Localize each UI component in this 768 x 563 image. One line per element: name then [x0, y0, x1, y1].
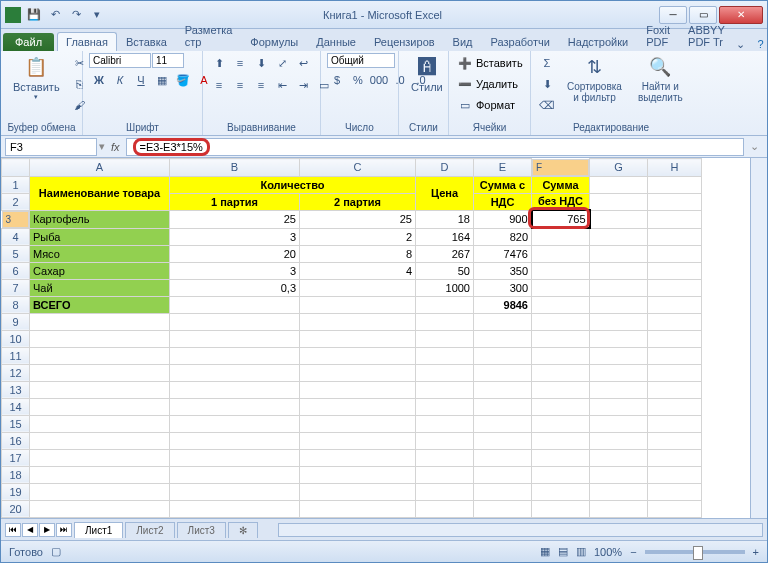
redo-icon[interactable]: ↷: [67, 6, 85, 24]
col-header[interactable]: B: [170, 159, 300, 177]
fill-color-icon[interactable]: 🪣: [173, 70, 193, 90]
save-icon[interactable]: 💾: [25, 6, 43, 24]
file-tab[interactable]: Файл: [3, 33, 54, 51]
wrap-text-icon[interactable]: ↩: [293, 53, 313, 73]
align-bottom-icon[interactable]: ⬇: [251, 53, 271, 73]
row-header[interactable]: 6: [2, 262, 30, 279]
row-header[interactable]: 7: [2, 279, 30, 296]
format-cells-icon[interactable]: ▭: [455, 95, 475, 115]
row-header[interactable]: 3: [2, 211, 30, 228]
tab-data[interactable]: Данные: [307, 32, 365, 51]
currency-icon[interactable]: $: [327, 70, 347, 90]
row-header[interactable]: 12: [2, 364, 30, 381]
view-pagebreak-icon[interactable]: ▥: [576, 545, 586, 558]
col-header[interactable]: D: [416, 159, 474, 177]
col-header[interactable]: E: [474, 159, 532, 177]
sort-filter-button[interactable]: ⇅Сортировка и фильтр: [561, 53, 628, 105]
row-header[interactable]: 14: [2, 398, 30, 415]
percent-icon[interactable]: %: [348, 70, 368, 90]
name-box[interactable]: F3: [5, 138, 97, 156]
row-header[interactable]: 13: [2, 381, 30, 398]
tab-insert[interactable]: Вставка: [117, 32, 176, 51]
tab-view[interactable]: Вид: [444, 32, 482, 51]
tab-review[interactable]: Рецензиров: [365, 32, 444, 51]
col-header[interactable]: G: [590, 159, 648, 177]
row-header[interactable]: 1: [2, 176, 30, 193]
col-header[interactable]: [2, 159, 30, 177]
fx-icon[interactable]: fx: [107, 141, 124, 153]
number-format-select[interactable]: Общий: [327, 53, 395, 68]
align-right-icon[interactable]: ≡: [251, 75, 271, 95]
delete-cells-icon[interactable]: ➖: [455, 74, 475, 94]
sheet-nav-last-icon[interactable]: ⏭: [56, 523, 72, 537]
tab-formulas[interactable]: Формулы: [241, 32, 307, 51]
row-header[interactable]: 21: [2, 517, 30, 518]
paste-button[interactable]: 📋Вставить▾: [7, 53, 66, 103]
indent-dec-icon[interactable]: ⇤: [272, 75, 292, 95]
help-icon[interactable]: ?: [754, 37, 768, 51]
delete-cells-label[interactable]: Удалить: [476, 78, 518, 90]
border-icon[interactable]: ▦: [152, 70, 172, 90]
sheet-tab-3[interactable]: Лист3: [177, 522, 226, 538]
tab-abbyy[interactable]: ABBYY PDF Tr: [679, 20, 734, 51]
minimize-ribbon-icon[interactable]: ⌄: [734, 37, 748, 51]
format-cells-label[interactable]: Формат: [476, 99, 515, 111]
row-header[interactable]: 2: [2, 193, 30, 210]
row-header[interactable]: 19: [2, 483, 30, 500]
zoom-in-icon[interactable]: +: [753, 546, 759, 558]
align-middle-icon[interactable]: ≡: [230, 53, 250, 73]
orientation-icon[interactable]: ⤢: [272, 53, 292, 73]
spreadsheet-grid[interactable]: ABCDEFGH1Наименование товараКоличествоЦе…: [1, 158, 702, 518]
clear-icon[interactable]: ⌫: [537, 95, 557, 115]
undo-icon[interactable]: ↶: [46, 6, 64, 24]
sheet-tab-new[interactable]: ✻: [228, 522, 258, 538]
insert-cells-label[interactable]: Вставить: [476, 57, 523, 69]
row-header[interactable]: 10: [2, 330, 30, 347]
macro-record-icon[interactable]: ▢: [51, 545, 61, 558]
row-header[interactable]: 9: [2, 313, 30, 330]
formula-input[interactable]: =E3-E3*15%: [126, 138, 744, 156]
row-header[interactable]: 11: [2, 347, 30, 364]
zoom-out-icon[interactable]: −: [630, 546, 636, 558]
col-header[interactable]: C: [300, 159, 416, 177]
align-left-icon[interactable]: ≡: [209, 75, 229, 95]
col-header[interactable]: H: [648, 159, 702, 177]
horizontal-scrollbar[interactable]: [278, 523, 763, 537]
align-top-icon[interactable]: ⬆: [209, 53, 229, 73]
row-header[interactable]: 5: [2, 245, 30, 262]
bold-icon[interactable]: Ж: [89, 70, 109, 90]
autosum-icon[interactable]: Σ: [537, 53, 557, 73]
sheet-nav-next-icon[interactable]: ▶: [39, 523, 55, 537]
fill-icon[interactable]: ⬇: [537, 74, 557, 94]
tab-addins[interactable]: Надстройки: [559, 32, 637, 51]
font-size-select[interactable]: 11: [152, 53, 184, 68]
row-header[interactable]: 4: [2, 228, 30, 245]
underline-icon[interactable]: Ч: [131, 70, 151, 90]
formula-expand-icon[interactable]: ⌄: [746, 140, 763, 153]
tab-dev[interactable]: Разработчи: [482, 32, 559, 51]
qat-more-icon[interactable]: ▾: [88, 6, 106, 24]
sheet-nav-first-icon[interactable]: ⏮: [5, 523, 21, 537]
tab-foxit[interactable]: Foxit PDF: [637, 20, 679, 51]
sheet-tab-2[interactable]: Лист2: [125, 522, 174, 538]
row-header[interactable]: 17: [2, 449, 30, 466]
vertical-scrollbar[interactable]: [750, 158, 767, 518]
comma-icon[interactable]: 000: [369, 70, 389, 90]
row-header[interactable]: 16: [2, 432, 30, 449]
styles-button[interactable]: 🅰Стили: [405, 53, 449, 95]
sheet-tab-1[interactable]: Лист1: [74, 522, 123, 538]
zoom-slider[interactable]: [645, 550, 745, 554]
row-header[interactable]: 20: [2, 500, 30, 517]
namebox-dropdown-icon[interactable]: ▾: [99, 140, 105, 153]
row-header[interactable]: 18: [2, 466, 30, 483]
sheet-nav-prev-icon[interactable]: ◀: [22, 523, 38, 537]
view-normal-icon[interactable]: ▦: [540, 545, 550, 558]
find-select-button[interactable]: 🔍Найти и выделить: [632, 53, 689, 105]
indent-inc-icon[interactable]: ⇥: [293, 75, 313, 95]
zoom-level[interactable]: 100%: [594, 546, 622, 558]
col-header[interactable]: F: [532, 159, 589, 176]
insert-cells-icon[interactable]: ➕: [455, 53, 475, 73]
row-header[interactable]: 15: [2, 415, 30, 432]
row-header[interactable]: 8: [2, 296, 30, 313]
align-center-icon[interactable]: ≡: [230, 75, 250, 95]
